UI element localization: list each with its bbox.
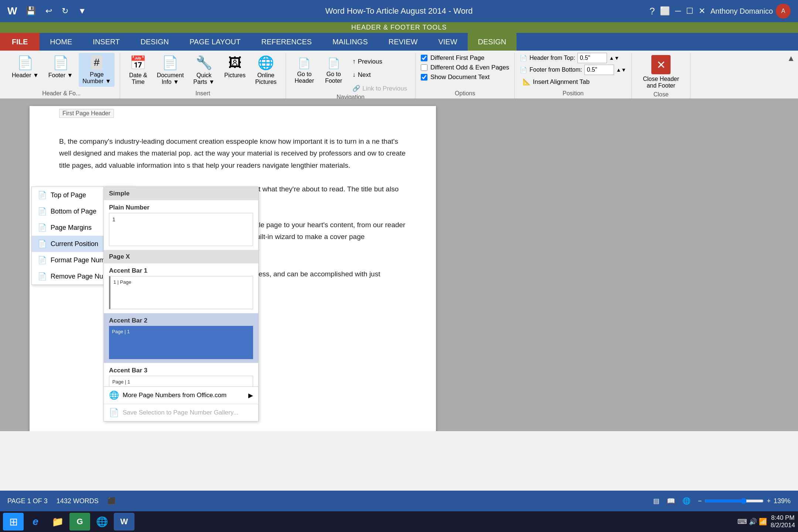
different-odd-even-checkbox[interactable]: [421, 64, 427, 71]
tab-design[interactable]: DESIGN: [130, 33, 179, 51]
footer-from-bottom-input[interactable]: [584, 65, 614, 75]
layout-icon[interactable]: ⬛: [108, 497, 116, 505]
online-pictures-button[interactable]: 🌐 OnlinePictures: [252, 53, 280, 88]
date-time-label: Date &Time: [129, 72, 147, 85]
accent-bar-1-item[interactable]: Accent Bar 1 1 | Page: [104, 263, 258, 313]
zoom-out-icon[interactable]: −: [698, 497, 702, 505]
word-button[interactable]: W: [114, 513, 134, 531]
more-numbers-icon: 🌐: [109, 391, 119, 400]
restore-icon[interactable]: ☐: [686, 6, 693, 16]
save-selection-icon: 📄: [109, 408, 119, 417]
title-bar-left: W 💾 ↩ ↻ ▼: [7, 5, 89, 17]
title-bar-actions: 💾 ↩ ↻ ▼: [23, 5, 89, 17]
customize-icon[interactable]: ▼: [75, 5, 89, 17]
redo-icon[interactable]: ↻: [59, 5, 71, 17]
previous-button[interactable]: ↑ Previous: [349, 57, 410, 67]
view-reading-icon[interactable]: 📖: [667, 497, 675, 505]
next-button[interactable]: ↓ Next: [349, 70, 410, 80]
document-info-button[interactable]: 📄 DocumentInfo ▼: [153, 53, 187, 88]
accent-bar-2-item[interactable]: Accent Bar 2 Page | 1: [104, 313, 258, 363]
header-from-top-item: 📄 Header from Top: ▲▼: [520, 53, 626, 63]
tab-mailings[interactable]: MAILINGS: [322, 33, 378, 51]
submenu-scroll-area[interactable]: Simple Plain Number 1 Page X Accent Bar …: [104, 187, 258, 386]
accent-bar-3-item[interactable]: Accent Bar 3 Page | 1: [104, 363, 258, 386]
page-number-button[interactable]: # PageNumber ▼: [79, 53, 115, 87]
tab-review[interactable]: REVIEW: [378, 33, 428, 51]
go-to-footer-button[interactable]: 📄 Go toFooter: [321, 55, 347, 86]
save-icon[interactable]: 💾: [23, 5, 39, 17]
view-web-icon[interactable]: 🌐: [682, 497, 690, 505]
ribbon-display-icon[interactable]: ⬜: [660, 6, 670, 16]
different-odd-even-option[interactable]: Different Odd & Even Pages: [421, 64, 509, 71]
tab-insert[interactable]: INSERT: [82, 33, 130, 51]
pictures-icon: 🖼: [228, 55, 242, 71]
quick-parts-button[interactable]: 🔧 QuickParts ▼: [190, 53, 218, 88]
pictures-button[interactable]: 🖼 Pictures: [221, 53, 249, 81]
page-count: PAGE 1 OF 3: [7, 497, 48, 505]
time-display: 8:40 PM: [771, 514, 795, 522]
page-margins-label: Page Margins: [51, 224, 92, 232]
close-icon[interactable]: ✕: [699, 6, 705, 16]
chrome-button[interactable]: 🌐: [92, 513, 112, 531]
explorer-button[interactable]: 📁: [47, 513, 68, 531]
document-info-label: DocumentInfo ▼: [157, 72, 184, 85]
tab-view[interactable]: VIEW: [428, 33, 467, 51]
header-from-top-spinner[interactable]: ▲▼: [609, 55, 620, 61]
plain-number-item[interactable]: Plain Number 1: [104, 200, 258, 250]
go-to-header-label: Go toHeader: [295, 71, 314, 84]
footer-from-bottom-spinner[interactable]: ▲▼: [616, 67, 627, 73]
footer-button[interactable]: 📄 Footer ▼: [45, 53, 77, 81]
ie-button[interactable]: e: [25, 513, 46, 531]
minimize-icon[interactable]: ─: [675, 6, 681, 16]
games-button[interactable]: G: [69, 513, 90, 531]
zoom-slider[interactable]: [705, 498, 764, 504]
header-from-top-input[interactable]: [577, 53, 607, 63]
plain-number-preview: 1: [109, 213, 253, 246]
accent-bar-3-title: Accent Bar 3: [109, 367, 253, 374]
tab-file[interactable]: FILE: [0, 33, 40, 51]
accent-bar-1-value: 1 | Page: [113, 279, 131, 285]
user-info: Anthony Domanico A: [710, 4, 791, 18]
position-group-label: Position: [563, 90, 584, 98]
document-info-icon: 📄: [162, 55, 178, 71]
insert-alignment-tab-button[interactable]: 📐 Insert Alignment Tab: [520, 76, 626, 87]
header-button[interactable]: 📄 Header ▼: [8, 53, 42, 81]
ribbon: 📄 Header ▼ 📄 Footer ▼ # PageNumber ▼ Hea…: [0, 51, 798, 99]
position-fields: 📄 Header from Top: ▲▼ 📄 Footer from Bott…: [520, 53, 626, 87]
start-button[interactable]: ⊞: [3, 513, 24, 531]
close-header-footer-button[interactable]: ✕ Close Headerand Footer: [637, 53, 685, 91]
different-first-page-option[interactable]: Different First Page: [421, 54, 509, 62]
ribbon-group-options: Different First Page Different Odd & Eve…: [416, 53, 515, 98]
show-document-text-checkbox[interactable]: [421, 74, 427, 81]
accent-bar-2-preview: Page | 1: [109, 326, 253, 359]
insert-group-label: Insert: [195, 90, 210, 98]
different-first-page-checkbox[interactable]: [421, 55, 427, 61]
link-to-previous-button[interactable]: 🔗 Link to Previous: [349, 83, 410, 94]
tab-home[interactable]: HOME: [40, 33, 82, 51]
header-from-top-label: Header from Top:: [529, 55, 575, 61]
date-time-button[interactable]: 📅 Date &Time: [125, 53, 151, 88]
tab-references[interactable]: REFERENCES: [251, 33, 322, 51]
current-position-icon: 📄: [38, 239, 47, 248]
undo-icon[interactable]: ↩: [42, 5, 55, 17]
username: Anthony Domanico: [710, 7, 773, 16]
go-to-header-icon: 📄: [298, 57, 311, 69]
footer-label: Footer ▼: [48, 72, 73, 79]
accent-bar-3-value: Page | 1: [112, 379, 130, 385]
tab-design-hf[interactable]: DESIGN: [468, 33, 517, 51]
more-page-numbers-item[interactable]: 🌐 More Page Numbers from Office.com ▶: [104, 387, 258, 404]
zoom-in-icon[interactable]: +: [767, 497, 771, 505]
help-icon[interactable]: ?: [649, 6, 655, 17]
show-document-text-option[interactable]: Show Document Text: [421, 74, 509, 81]
link-label: Link to Previous: [362, 85, 407, 92]
close-x-icon: ✕: [651, 55, 671, 74]
tab-page-layout[interactable]: PAGE LAYOUT: [179, 33, 251, 51]
ribbon-tabs: FILE HOME INSERT DESIGN PAGE LAYOUT REFE…: [0, 33, 798, 51]
view-normal-icon[interactable]: ▤: [653, 497, 659, 505]
plain-number-title: Plain Number: [109, 204, 253, 211]
go-to-header-button[interactable]: 📄 Go toHeader: [291, 55, 318, 86]
different-first-page-label: Different First Page: [430, 54, 484, 62]
main-area: 📄 Top of Page ▶ 📄 Bottom of Page ▶ 📄 Pag…: [0, 99, 798, 431]
date-time-icon: 📅: [130, 55, 146, 71]
ribbon-collapse-button[interactable]: ▲: [787, 54, 795, 63]
